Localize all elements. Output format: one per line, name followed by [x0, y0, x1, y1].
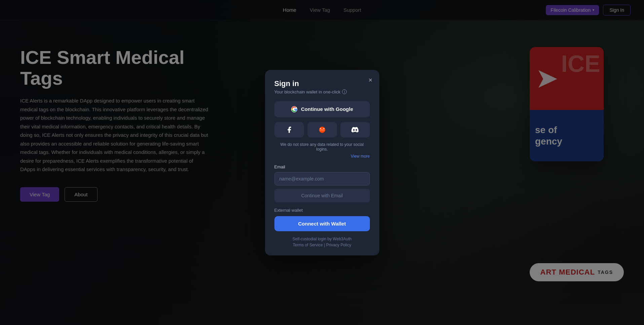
- social-disclaimer: We do not store any data related to your…: [274, 142, 370, 152]
- modal-footer: Self-custodial login by Web3Auth Terms o…: [274, 237, 370, 247]
- social-buttons-row: [274, 122, 370, 137]
- info-icon: i: [342, 89, 347, 94]
- google-signin-button[interactable]: Continue with Google: [274, 101, 370, 117]
- terms-link[interactable]: Terms of Service: [293, 243, 323, 247]
- email-input[interactable]: [274, 172, 370, 186]
- reddit-button[interactable]: [307, 122, 337, 137]
- email-label: Email: [274, 164, 370, 169]
- discord-button[interactable]: [340, 122, 370, 137]
- reddit-icon: [318, 126, 326, 133]
- view-more-container: View more: [274, 153, 370, 159]
- svg-point-4: [321, 128, 323, 129]
- svg-point-2: [321, 130, 321, 130]
- facebook-icon: [286, 126, 293, 133]
- footer-text: Self-custodial login by Web3Auth: [274, 237, 370, 241]
- privacy-link[interactable]: Privacy Policy: [326, 243, 351, 247]
- google-icon: [291, 106, 298, 113]
- connect-wallet-button[interactable]: Connect with Wallet: [274, 216, 370, 231]
- continue-email-button[interactable]: Continue with Email: [274, 189, 370, 202]
- modal-close-button[interactable]: ×: [367, 75, 374, 85]
- sign-in-modal: × Sign in Your blockchain wallet in one-…: [265, 70, 379, 255]
- discord-icon: [351, 126, 359, 133]
- external-wallet-label: External wallet: [274, 208, 370, 213]
- modal-overlay: × Sign in Your blockchain wallet in one-…: [0, 0, 644, 325]
- view-more-link[interactable]: View more: [351, 154, 370, 159]
- facebook-button[interactable]: [274, 122, 304, 137]
- modal-subtitle: Your blockchain wallet in one-click i: [274, 89, 370, 94]
- svg-point-3: [323, 130, 323, 130]
- modal-title: Sign in: [274, 79, 370, 88]
- footer-links: Terms of Service | Privacy Policy: [274, 243, 370, 247]
